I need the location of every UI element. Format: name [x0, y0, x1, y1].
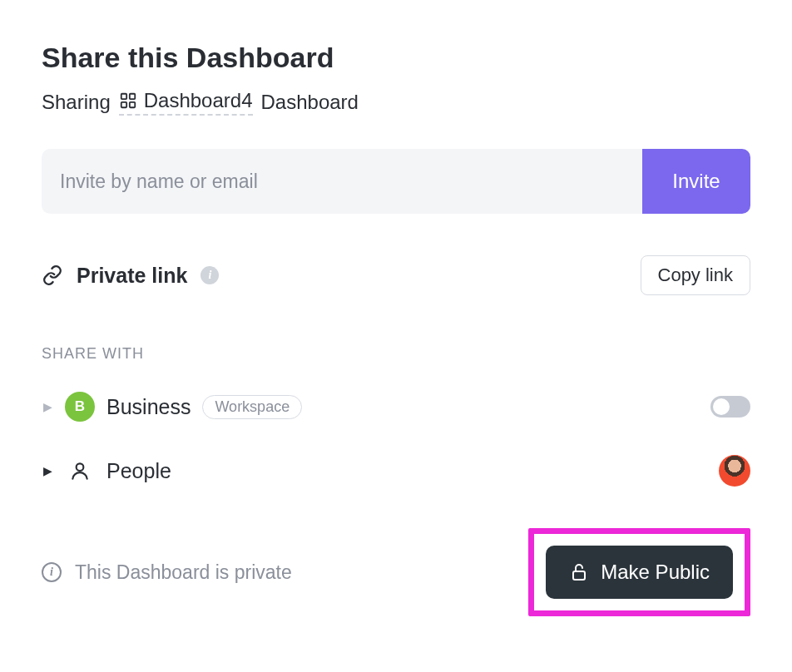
share-row-label: People — [106, 459, 171, 483]
workspace-badge: Workspace — [202, 395, 302, 419]
svg-rect-0 — [121, 94, 126, 99]
highlight-annotation: Make Public — [528, 528, 750, 616]
expand-chevron-icon[interactable]: ▶ — [42, 464, 53, 477]
share-row-people: ▶ People — [42, 451, 750, 491]
share-row-label: Business — [106, 395, 191, 419]
breadcrumb: Sharing Dashboard4 Dashboard — [42, 89, 750, 116]
dashboard-icon — [119, 91, 137, 110]
breadcrumb-dashboard-name: Dashboard4 — [144, 89, 253, 112]
workspace-avatar: B — [65, 392, 95, 422]
svg-rect-3 — [130, 102, 135, 107]
copy-link-button[interactable]: Copy link — [641, 255, 750, 295]
user-avatar[interactable] — [719, 455, 750, 487]
unlock-icon — [569, 562, 589, 582]
invite-button[interactable]: Invite — [642, 149, 750, 214]
share-with-header: SHARE WITH — [42, 345, 750, 363]
share-toggle[interactable] — [710, 396, 750, 418]
make-public-button[interactable]: Make Public — [546, 546, 733, 599]
footer-row: This Dashboard is private Make Public — [42, 528, 750, 616]
info-icon — [42, 562, 62, 582]
svg-rect-2 — [121, 102, 126, 107]
private-link-row: Private link i Copy link — [42, 255, 750, 295]
breadcrumb-dashboard-link[interactable]: Dashboard4 — [119, 89, 253, 116]
info-icon[interactable]: i — [200, 266, 219, 284]
privacy-status-text: This Dashboard is private — [75, 561, 292, 584]
share-row-business: ▶ B Business Workspace — [42, 388, 750, 426]
invite-row: Invite — [42, 149, 750, 214]
breadcrumb-suffix: Dashboard — [261, 91, 359, 114]
expand-chevron-icon[interactable]: ▶ — [42, 400, 53, 413]
svg-rect-5 — [573, 571, 585, 580]
link-icon — [42, 264, 63, 286]
make-public-label: Make Public — [601, 561, 710, 584]
invite-input[interactable] — [42, 149, 642, 214]
breadcrumb-prefix: Sharing — [42, 91, 111, 114]
svg-rect-1 — [130, 94, 135, 99]
svg-point-4 — [77, 463, 84, 471]
dialog-title: Share this Dashboard — [42, 42, 750, 74]
person-icon — [69, 460, 91, 482]
private-link-label: Private link — [77, 264, 187, 288]
